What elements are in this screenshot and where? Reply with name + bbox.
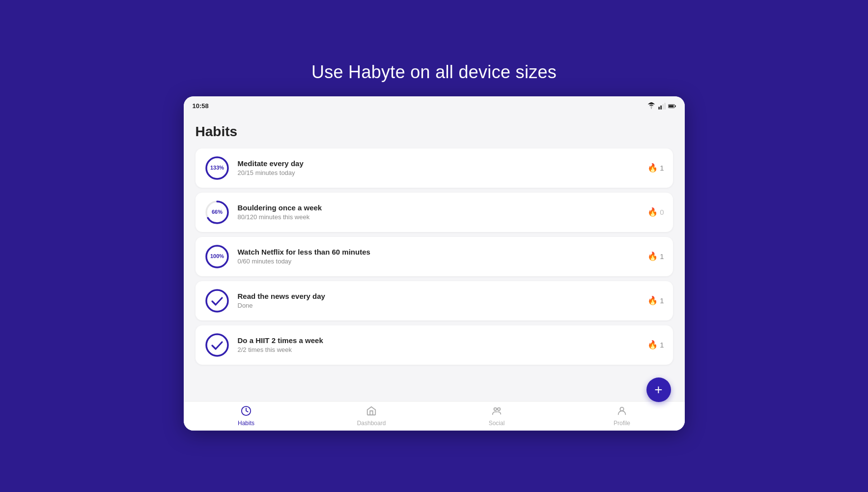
habit-card[interactable]: 66% Bouldering once a week 80/120 minute…: [196, 193, 673, 232]
svg-rect-0: [658, 107, 660, 109]
habit-info: Read the news every day Done: [238, 292, 648, 309]
add-habit-button[interactable]: +: [646, 377, 671, 402]
flame-icon: 🔥: [647, 207, 658, 217]
nav-label-profile: Profile: [614, 420, 630, 427]
habit-card[interactable]: 133% Meditate every day 20/15 minutes to…: [196, 148, 673, 188]
streak-count: 1: [660, 164, 664, 172]
habit-check-circle: [204, 332, 230, 358]
flame-icon: 🔥: [647, 163, 658, 173]
battery-icon: [668, 102, 676, 110]
nav-label-dashboard: Dashboard: [357, 420, 386, 427]
nav-label-social: Social: [489, 420, 505, 427]
svg-point-19: [206, 334, 228, 356]
flame-icon: 🔥: [647, 295, 658, 306]
svg-point-20: [494, 407, 497, 410]
svg-point-22: [620, 407, 623, 410]
status-bar: 10:58: [184, 96, 685, 114]
habit-progress-circle: 133%: [204, 155, 230, 181]
flame-icon: 🔥: [647, 340, 658, 350]
habit-name: Meditate every day: [238, 159, 648, 168]
page-headline: Use Habyte on all device sizes: [311, 62, 557, 83]
main-content: Habits 133% Meditate every day 20/15 min…: [184, 114, 685, 401]
status-icons: [647, 102, 676, 110]
device-frame: 10:58 Habits: [184, 96, 685, 431]
signal-icon: [658, 102, 666, 110]
habit-streak: 🔥 1: [647, 251, 664, 261]
svg-point-21: [498, 407, 501, 410]
habit-streak: 🔥 1: [647, 295, 664, 306]
svg-rect-3: [664, 103, 666, 109]
habit-progress-circle: 66%: [204, 200, 230, 225]
habits-title: Habits: [196, 124, 673, 140]
habit-card[interactable]: 100% Watch Netflix for less than 60 minu…: [196, 237, 673, 276]
streak-count: 1: [660, 341, 664, 349]
habit-card[interactable]: Do a HIIT 2 times a week 2/2 times this …: [196, 325, 673, 365]
svg-text:100%: 100%: [210, 253, 224, 259]
svg-rect-5: [675, 105, 676, 107]
habit-name: Watch Netflix for less than 60 minutes: [238, 248, 648, 256]
streak-count: 0: [660, 208, 664, 216]
svg-point-17: [206, 290, 228, 312]
svg-rect-6: [669, 105, 673, 107]
habit-streak: 🔥 1: [647, 163, 664, 173]
habit-info: Watch Netflix for less than 60 minutes 0…: [238, 248, 648, 265]
svg-text:133%: 133%: [210, 164, 224, 170]
svg-rect-1: [660, 105, 662, 109]
nav-item-profile[interactable]: Profile: [602, 405, 642, 427]
habit-info: Meditate every day 20/15 minutes today: [238, 159, 648, 176]
nav-item-habits[interactable]: Habits: [226, 405, 266, 427]
habit-info: Do a HIIT 2 times a week 2/2 times this …: [238, 336, 648, 353]
habit-sub: 0/60 minutes today: [238, 258, 648, 265]
status-time: 10:58: [193, 102, 209, 110]
habit-name: Do a HIIT 2 times a week: [238, 336, 648, 345]
profile-icon: [616, 405, 627, 419]
flame-icon: 🔥: [647, 251, 658, 261]
habit-card[interactable]: Read the news every day Done 🔥 1: [196, 281, 673, 320]
habit-sub: Done: [238, 302, 648, 309]
nav-item-dashboard[interactable]: Dashboard: [352, 405, 391, 427]
habit-list: 133% Meditate every day 20/15 minutes to…: [196, 148, 673, 365]
habit-streak: 🔥 0: [647, 207, 664, 217]
habit-sub: 80/120 minutes this week: [238, 213, 648, 221]
social-icon: [491, 405, 502, 419]
wifi-icon: [647, 102, 655, 110]
nav-label-habits: Habits: [238, 420, 254, 427]
habit-sub: 2/2 times this week: [238, 346, 648, 353]
svg-text:66%: 66%: [211, 208, 222, 214]
streak-count: 1: [660, 296, 664, 305]
dashboard-icon: [366, 405, 377, 419]
habit-name: Read the news every day: [238, 292, 648, 300]
habit-name: Bouldering once a week: [238, 203, 648, 212]
habit-streak: 🔥 1: [647, 340, 664, 350]
streak-count: 1: [660, 252, 664, 260]
bottom-nav: Habits Dashboard Social: [184, 401, 685, 431]
habit-progress-circle: 100%: [204, 244, 230, 269]
habit-sub: 20/15 minutes today: [238, 169, 648, 176]
nav-item-social[interactable]: Social: [477, 405, 516, 427]
habits-icon: [241, 405, 252, 419]
svg-rect-2: [662, 104, 664, 110]
habit-info: Bouldering once a week 80/120 minutes th…: [238, 203, 648, 221]
habit-check-circle: [204, 288, 230, 314]
